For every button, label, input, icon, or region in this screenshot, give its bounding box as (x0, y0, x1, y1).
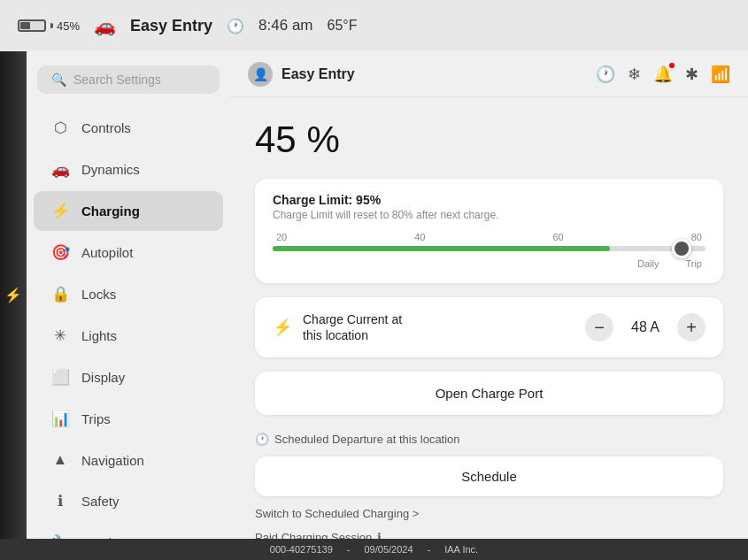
charge-limit-card: Charge Limit: 95% Charge Limit will rese… (255, 179, 723, 283)
sidebar-item-lights[interactable]: ✳ Lights (34, 316, 223, 356)
clock-topbar-icon: 🕐 (596, 65, 615, 84)
sidebar-item-autopilot[interactable]: 🎯 Autopilot (34, 233, 223, 272)
charge-limit-title: Charge Limit: 95% (273, 193, 706, 207)
sidebar-label-lights: Lights (81, 328, 117, 343)
daily-label: Daily (637, 258, 659, 269)
amperage-value: 48 A (626, 319, 665, 335)
sidebar-label-controls: Controls (81, 120, 131, 135)
charge-slider-track[interactable] (273, 246, 706, 251)
status-time: 8:46 am (258, 17, 312, 35)
charging-content: 45 % Charge Limit: 95% Charge Limit will… (230, 97, 748, 539)
battery-percent: 45% (57, 19, 80, 33)
bottom-separator2: - (428, 544, 431, 555)
trip-label: Trip (685, 258, 702, 269)
status-title: Easy Entry (130, 17, 212, 35)
charge-current-label: Charge Current atthis location (303, 311, 574, 343)
content-topbar: 👤 Easy Entry 🕐 ❄ 🔔 ✱ 📶 (230, 51, 748, 97)
bottom-id: 000-40275139 (270, 544, 333, 555)
sidebar-label-navigation: Navigation (81, 453, 144, 468)
sidebar-item-locks[interactable]: 🔒 Locks (34, 274, 223, 314)
sidebar-item-display[interactable]: ⬜ Display (34, 357, 223, 397)
navigation-icon: ▲ (51, 451, 69, 469)
content-area: 👤 Easy Entry 🕐 ❄ 🔔 ✱ 📶 45 % Charge Limit… (230, 51, 748, 539)
clock-icon: 🕐 (227, 18, 244, 35)
scale-60: 60 (553, 232, 564, 242)
topbar-title: Easy Entry (281, 66, 587, 82)
locks-icon: 🔒 (51, 285, 69, 303)
lightning-icon: ⚡ (4, 287, 22, 303)
increase-amperage-button[interactable]: + (677, 313, 706, 341)
search-icon: 🔍 (51, 73, 66, 87)
slider-thumb[interactable] (672, 239, 691, 258)
sidebar-label-locks: Locks (81, 287, 116, 302)
slider-labels: Daily Trip (273, 258, 706, 269)
sidebar-item-dynamics[interactable]: 🚗 Dynamics (34, 150, 223, 189)
decrease-amperage-button[interactable]: − (585, 313, 613, 341)
charge-current-card: ⚡ Charge Current atthis location − 48 A … (255, 297, 723, 357)
signal-icon: 📶 (711, 65, 730, 84)
snowflake-icon: ❄ (628, 65, 641, 84)
charge-limit-subtitle: Charge Limit will reset to 80% after nex… (273, 209, 706, 221)
scheduled-departure-label: 🕐 Scheduled Departure at this location (255, 433, 723, 446)
search-bar[interactable]: 🔍 Search Settings (37, 65, 220, 94)
search-placeholder: Search Settings (73, 73, 161, 87)
slider-scale: 20 40 60 80 (273, 232, 706, 242)
sidebar-label-dynamics: Dynamics (81, 162, 140, 177)
charging-icon: ⚡ (51, 202, 69, 220)
open-charge-port-button[interactable]: Open Charge Port (255, 372, 723, 415)
trips-icon: 📊 (51, 410, 69, 428)
bell-icon[interactable]: 🔔 (653, 65, 673, 84)
slider-fill (273, 246, 610, 251)
sidebar-item-navigation[interactable]: ▲ Navigation (34, 441, 223, 479)
battery-indicator: 45% (18, 19, 80, 33)
charge-percent: 45 % (255, 119, 723, 161)
bluetooth-icon: ✱ (685, 65, 698, 84)
bottom-date: 09/05/2024 (364, 544, 413, 555)
dynamics-icon: 🚗 (51, 160, 69, 179)
profile-icon: 👤 (248, 62, 273, 87)
paid-charging-label: Paid Charging Session ℹ (255, 531, 723, 539)
autopilot-icon: 🎯 (51, 243, 69, 262)
scale-20: 20 (276, 232, 287, 242)
notification-dot (669, 63, 675, 68)
left-edge-panel: ⚡ (0, 51, 27, 539)
display-icon: ⬜ (51, 368, 69, 387)
battery-tip (50, 23, 53, 28)
sidebar-label-safety: Safety (81, 494, 120, 509)
scale-80: 80 (691, 232, 702, 242)
car-icon: 🚗 (94, 15, 116, 36)
info-icon: ℹ (377, 531, 382, 539)
bottom-company: IAA Inc. (444, 544, 478, 555)
status-bar: 45% 🚗 Easy Entry 🕐 8:46 am 65°F (0, 0, 748, 51)
lights-icon: ✳ (51, 326, 69, 345)
sidebar-label-trips: Trips (81, 411, 111, 426)
topbar-icons: 🕐 ❄ 🔔 ✱ 📶 (596, 65, 730, 84)
sidebar-item-trips[interactable]: 📊 Trips (34, 399, 223, 439)
bottom-bar: 000-40275139 - 09/05/2024 - IAA Inc. (0, 539, 748, 560)
sidebar-item-controls[interactable]: ⬡ Controls (34, 108, 223, 148)
sidebar-label-display: Display (81, 370, 125, 385)
switch-charging-link[interactable]: Switch to Scheduled Charging > (255, 507, 723, 520)
sidebar-item-safety[interactable]: ℹ Safety (34, 481, 223, 521)
status-temp: 65°F (328, 18, 358, 34)
sidebar: 🔍 Search Settings ⬡ Controls 🚗 Dynamics … (27, 51, 230, 539)
schedule-button[interactable]: Schedule (255, 456, 723, 496)
battery-fill (20, 22, 30, 29)
controls-icon: ⬡ (51, 119, 69, 137)
amperage-control: − 48 A + (585, 313, 706, 341)
sidebar-label-autopilot: Autopilot (81, 245, 133, 260)
safety-icon: ℹ (51, 492, 69, 510)
sidebar-item-charging[interactable]: ⚡ Charging (34, 191, 223, 231)
bottom-separator1: - (347, 544, 351, 555)
clock-small-icon: 🕐 (255, 433, 269, 446)
sidebar-label-charging: Charging (81, 203, 140, 219)
plug-icon: ⚡ (273, 318, 292, 337)
main-container: 🔍 Search Settings ⬡ Controls 🚗 Dynamics … (0, 51, 748, 539)
scale-40: 40 (414, 232, 425, 242)
battery-bar (18, 19, 46, 32)
